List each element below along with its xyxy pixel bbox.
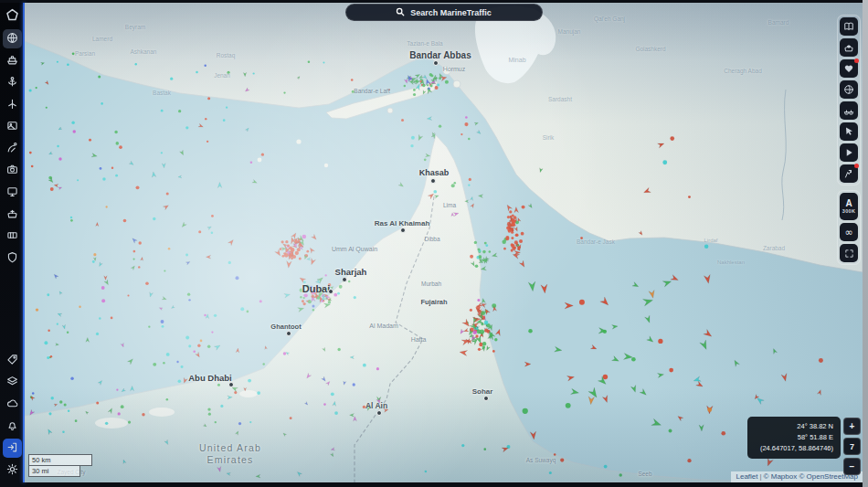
- stack-icon: [6, 375, 18, 391]
- layers-globe-button[interactable]: [840, 80, 858, 99]
- select-cursor-button[interactable]: [840, 122, 858, 141]
- timelapse-button[interactable]: ∞: [840, 223, 858, 241]
- tag-icon: [6, 353, 18, 369]
- island-hormuz: [443, 67, 451, 75]
- sidebar-item-data[interactable]: [3, 227, 22, 246]
- camera-icon: [6, 163, 18, 179]
- sidebar-item-vessels[interactable]: [3, 51, 22, 70]
- sidebar-item-logo[interactable]: [3, 7, 22, 26]
- islet: [95, 418, 128, 429]
- zoom-control: + 7 −: [843, 418, 861, 475]
- map-base-svg: [25, 3, 863, 482]
- left-sidebar: [0, 3, 25, 482]
- density-letter: A: [845, 199, 852, 208]
- app-screen: Bandar AbbasHormuzMinabTazian-e BalaBand…: [0, 3, 863, 482]
- vessel-filter-button[interactable]: [840, 38, 858, 57]
- coordinates-box: 24° 38.82 N 58° 51.88 E (24.647017, 58.8…: [747, 417, 841, 459]
- islet: [239, 390, 258, 397]
- sidebar-item-settings[interactable]: [3, 461, 22, 480]
- list-icon: [6, 228, 18, 245]
- scale-km: 50 km: [28, 454, 92, 466]
- login-icon: [6, 440, 18, 457]
- island-larak: [453, 80, 460, 88]
- wind-turbine-icon: [6, 97, 18, 113]
- map-tools-rail: [837, 15, 861, 185]
- island-small: [324, 164, 328, 167]
- sidebar-item-ports[interactable]: [3, 73, 22, 92]
- ship-icon: [6, 53, 18, 69]
- sidebar-item-cloud[interactable]: [3, 395, 22, 414]
- sidebar-item-layers[interactable]: [3, 373, 22, 392]
- globe-icon: [6, 31, 18, 48]
- notification-badge: [854, 58, 859, 63]
- scale-mi: 30 mi: [28, 466, 80, 477]
- search-icon: [396, 7, 405, 18]
- fleets-button[interactable]: [840, 101, 858, 120]
- zoom-in-button[interactable]: +: [843, 418, 861, 435]
- map-density-rail: A 300K ∞: [837, 190, 861, 265]
- coord-lon: 58° 51.88 E: [755, 432, 833, 443]
- zoom-level-indicator: 7: [843, 438, 861, 455]
- island-hengam: [387, 108, 393, 113]
- bell-icon: [6, 418, 18, 435]
- sidebar-item-satellite[interactable]: [3, 139, 22, 158]
- scale-bar: 50 km 30 mi: [28, 454, 92, 477]
- fullscreen-button[interactable]: [840, 244, 858, 262]
- sidebar-item-explore[interactable]: [3, 29, 22, 48]
- ship-front-icon: [6, 206, 18, 223]
- photo-icon: [6, 119, 18, 135]
- map-canvas[interactable]: Bandar AbbasHormuzMinabTazian-e BalaBand…: [25, 3, 863, 482]
- marinetraffic-logo-icon: [5, 8, 19, 26]
- islet: [149, 408, 175, 417]
- sidebar-item-cameras[interactable]: [3, 161, 22, 180]
- sidebar-item-notifications[interactable]: [3, 417, 22, 436]
- sidebar-item-tags[interactable]: [3, 351, 22, 370]
- playback-button[interactable]: [840, 143, 858, 162]
- sidebar-item-photos[interactable]: [3, 117, 22, 136]
- coord-lat: 24° 38.82 N: [755, 421, 833, 432]
- monitor-icon: [6, 185, 18, 201]
- island-abu-musa: [258, 158, 262, 163]
- monitor-bezel: [863, 0, 868, 487]
- sidebar-item-tools[interactable]: [3, 183, 22, 202]
- cloud-icon: [6, 397, 18, 413]
- sidebar-item-login[interactable]: [3, 439, 22, 458]
- sidebar-item-fleet[interactable]: [3, 205, 22, 224]
- gear-icon: [6, 462, 18, 479]
- infinity-icon: ∞: [844, 228, 852, 238]
- legend-button[interactable]: [840, 17, 858, 36]
- search-placeholder: Search MarineTraffic: [410, 8, 492, 17]
- anchor-icon: [6, 75, 18, 91]
- sidebar-item-protect[interactable]: [3, 249, 22, 268]
- zoom-out-button[interactable]: −: [843, 458, 861, 475]
- notification-badge: [854, 164, 859, 168]
- shield-icon: [6, 250, 18, 267]
- coord-decimal: (24.647017, 58.864746): [755, 443, 833, 454]
- routes-button[interactable]: [840, 164, 858, 183]
- favorites-button[interactable]: [840, 59, 858, 78]
- leaflet-link[interactable]: Leaflet: [736, 472, 757, 481]
- density-maps-button[interactable]: A 300K: [840, 193, 858, 220]
- density-count: 300K: [842, 208, 855, 214]
- satellite-icon: [6, 141, 18, 157]
- sidebar-item-wind-farms[interactable]: [3, 95, 22, 114]
- island-tunb: [296, 139, 301, 143]
- search-bar[interactable]: Search MarineTraffic: [345, 4, 543, 21]
